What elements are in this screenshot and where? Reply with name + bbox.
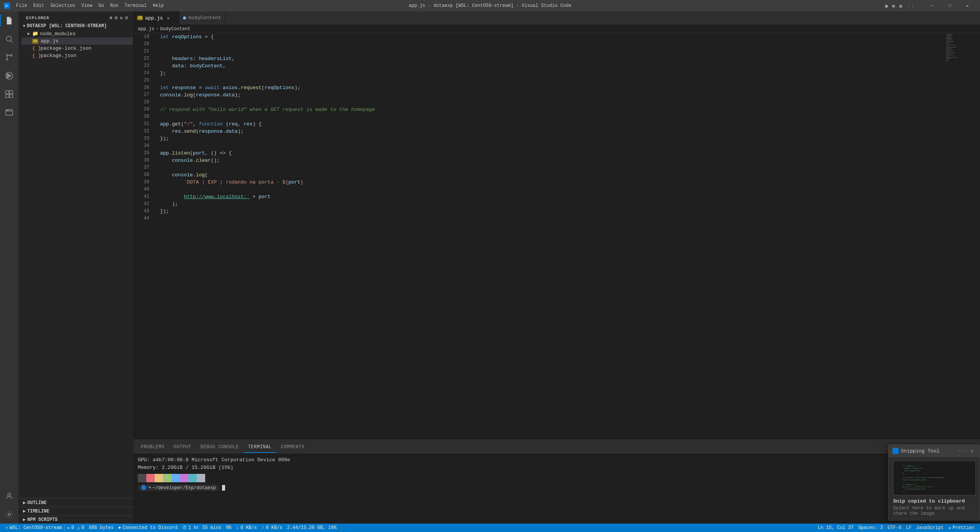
account-icon[interactable] <box>0 487 18 505</box>
run-debug-icon[interactable] <box>0 67 18 85</box>
snipping-tool: Snipping Tool ··· ✕ let reqOptions = { h… <box>888 444 980 521</box>
svg-rect-10 <box>10 94 13 98</box>
menu-go[interactable]: Go <box>95 0 107 11</box>
status-remote[interactable]: ● Connected to Discord <box>116 524 180 532</box>
tab-bodycontent[interactable]: bodyContent <box>179 11 225 24</box>
close-button[interactable]: ✕ <box>959 0 976 11</box>
sidebar-timeline[interactable]: ▶ TIMELINE <box>18 507 133 515</box>
files-icon[interactable] <box>0 11 18 30</box>
refresh-icon[interactable]: ↻ <box>120 15 123 20</box>
tab-appjs[interactable]: JS app.js ✕ <box>133 11 179 24</box>
status-encoding[interactable]: UTF-8 <box>885 524 904 532</box>
percent-label: 0% <box>226 525 231 530</box>
menu-view[interactable]: View <box>78 0 95 11</box>
svg-rect-8 <box>10 91 13 94</box>
tab-appjs-close[interactable]: ✕ <box>165 15 172 21</box>
file-package-lock[interactable]: { } package-lock.json <box>21 45 133 52</box>
eol-label: LF <box>906 525 911 530</box>
layout3-icon[interactable]: ▥ <box>898 3 903 9</box>
layout-icon[interactable]: ▣ <box>884 3 889 9</box>
tab-terminal[interactable]: TERMINAL <box>243 442 276 453</box>
timeline-chevron-icon: ▶ <box>23 508 26 514</box>
status-errors[interactable]: ✕ 0 ⚠ 0 <box>65 524 87 532</box>
snipping-close-button[interactable]: ✕ <box>968 447 976 455</box>
activity-bar <box>0 11 18 524</box>
status-prettier[interactable]: ✦ Prettier <box>946 524 977 532</box>
status-upload-down[interactable]: ↓ 0 KB/s <box>234 524 259 532</box>
sidebar-npm[interactable]: ▶ NPM SCRIPTS <box>18 515 133 524</box>
extensions-icon[interactable] <box>0 85 18 103</box>
remote-explorer-icon[interactable] <box>0 103 18 122</box>
menu-selection[interactable]: Selection <box>47 0 78 11</box>
line-numbers: 1920212223242526272829303132333435363738… <box>133 33 152 439</box>
breadcrumb-file[interactable]: app.js <box>138 26 154 32</box>
search-activity-icon[interactable] <box>0 30 18 48</box>
status-bar: ⚡ WSL: CentOS9-stream ✕ 0 ⚠ 0 866 bytes … <box>0 524 980 532</box>
sidebar: Explorer ⊕ ⊞ ↻ ⊟ ▼ DOTAEXP [WSL: CENTOS9… <box>18 11 133 524</box>
outline-label: OUTLINE <box>27 500 46 506</box>
status-upload-up[interactable]: ↑ 0 KB/s <box>259 524 284 532</box>
code-line: headers: headersList, <box>160 55 946 62</box>
code-line: }); <box>160 135 946 142</box>
npm-chevron-icon: ▶ <box>23 517 26 522</box>
status-spaces[interactable]: Spaces: 2 <box>856 524 885 532</box>
new-folder-icon[interactable]: ⊞ <box>115 15 118 20</box>
code-line: app.listen(port, () => { <box>160 150 946 157</box>
snipping-tool-body: let reqOptions = { headers: headersList,… <box>889 457 980 520</box>
snipping-body-text[interactable]: Select here to mark up and share the ima… <box>893 506 975 516</box>
sidebar-outline[interactable]: ▶ OUTLINE <box>18 498 133 507</box>
wsl-label: WSL: CentOS9-stream <box>10 525 62 530</box>
filesize-label: 866 bytes <box>89 525 114 530</box>
menu-run[interactable]: Run <box>107 0 122 11</box>
menu-help[interactable]: Help <box>150 0 167 11</box>
file-package[interactable]: { } package.json <box>21 52 133 59</box>
code-line <box>160 99 946 106</box>
maximize-button[interactable]: □ <box>941 0 959 11</box>
status-language[interactable]: JavaScript <box>914 524 946 532</box>
tab-problems[interactable]: PROBLEMS <box>136 442 169 453</box>
upload-down-icon: ↓ <box>236 525 239 530</box>
more-icon[interactable]: ⋮⋮ <box>905 3 916 9</box>
svg-line-1 <box>11 41 13 42</box>
code-line <box>160 186 946 193</box>
upload-up-label: 0 KB/s <box>266 525 282 530</box>
tab-output[interactable]: OUTPUT <box>169 442 196 453</box>
status-eol[interactable]: LF <box>904 524 914 532</box>
folder-icon-symbol: 📁 <box>32 31 38 37</box>
snipping-more-button[interactable]: ··· <box>959 447 967 455</box>
layout2-icon[interactable]: ▤ <box>891 3 897 9</box>
tab-comments[interactable]: COMMENTS <box>276 442 309 453</box>
code-editor[interactable]: 1920212223242526272829303132333435363738… <box>133 33 980 439</box>
source-control-icon[interactable] <box>0 48 18 67</box>
json-file-icon: { } <box>32 46 38 51</box>
file-appjs[interactable]: JS app.js <box>21 37 133 45</box>
prompt-path: ➜ <box>148 485 151 491</box>
collapse-all-icon[interactable]: ⊟ <box>125 15 128 20</box>
code-line <box>160 48 946 55</box>
status-percent[interactable]: 0% <box>224 524 234 532</box>
settings-icon[interactable] <box>0 505 18 524</box>
breadcrumb-sep: › <box>156 26 158 32</box>
status-time[interactable]: ⏱ 1 hr 35 mins <box>180 524 224 532</box>
breadcrumb: app.js › bodyContent <box>133 25 980 33</box>
status-filesize[interactable]: 866 bytes <box>87 524 116 532</box>
minimize-button[interactable]: ─ <box>923 0 941 11</box>
code-content[interactable]: let reqOptions = { headers: headersList,… <box>152 33 946 439</box>
status-wsl[interactable]: ⚡ WSL: CentOS9-stream <box>3 524 64 532</box>
panel-content[interactable]: GPU: a4b7:00:00.0 Microsoft Corporation … <box>133 453 980 524</box>
terminal-prompt[interactable]: 🔵 ➜ ~/developer/Exp/dotaexp <box>138 485 975 491</box>
appjs-label: app.js <box>41 38 59 44</box>
code-line: ); <box>160 200 946 208</box>
status-line[interactable]: Ln 15, Col 37 <box>815 524 856 532</box>
title-bar: File Edit Selection View Go Run Terminal… <box>0 0 980 11</box>
new-file-icon[interactable]: ⊕ <box>110 15 113 20</box>
status-memory[interactable]: 2.44/15.26 GB, 16% <box>285 524 339 532</box>
breadcrumb-symbol[interactable]: bodyContent <box>160 26 190 32</box>
folder-node-modules[interactable]: ▶ 📁 node_modules <box>21 30 133 37</box>
menu-edit[interactable]: Edit <box>30 0 47 11</box>
svg-point-2 <box>7 59 8 60</box>
menu-file[interactable]: File <box>13 0 30 11</box>
tab-debug-console[interactable]: DEBUG CONSOLE <box>196 442 243 453</box>
sidebar-root[interactable]: ▼ DOTAEXP [WSL: CENTOS9-STREAM] <box>18 22 133 30</box>
menu-terminal[interactable]: Terminal <box>121 0 150 11</box>
